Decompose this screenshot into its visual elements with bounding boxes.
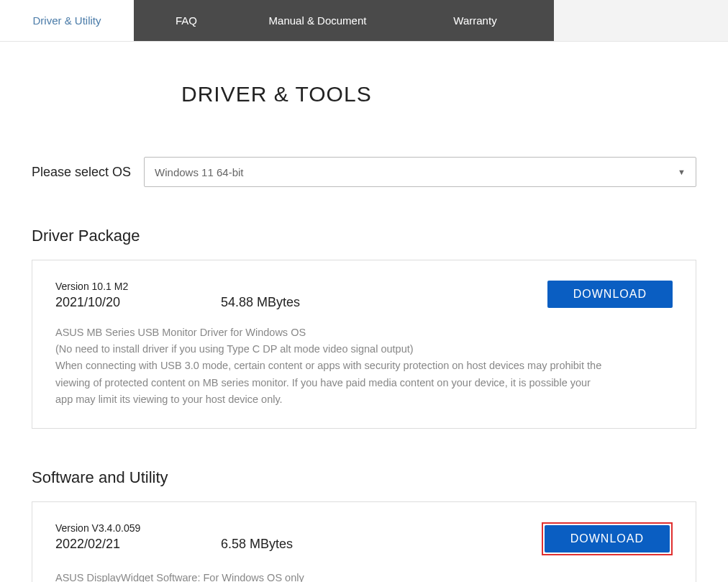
driver-desc-line: (No need to install driver if you using …	[55, 341, 609, 358]
tab-bar: Driver & Utility FAQ Manual & Document W…	[0, 0, 728, 42]
chevron-down-icon: ▼	[678, 168, 686, 176]
driver-desc-line: ASUS MB Series USB Monitor Driver for Wi…	[55, 324, 609, 341]
driver-description: ASUS MB Series USB Monitor Driver for Wi…	[55, 324, 609, 408]
driver-size: 54.88 MBytes	[221, 295, 300, 310]
os-select-dropdown[interactable]: Windows 11 64-bit ▼	[144, 157, 696, 187]
software-size: 6.58 MBytes	[221, 537, 293, 552]
os-selector-label: Please select OS	[32, 165, 131, 180]
driver-desc-line: When connecting with USB 3.0 mode, certa…	[55, 358, 609, 408]
driver-date: 2021/10/20	[55, 295, 221, 310]
software-utility-box: Version V3.4.0.059 2022/02/21 6.58 MByte…	[32, 501, 696, 582]
software-version: Version V3.4.0.059	[55, 522, 542, 534]
os-selector-row: Please select OS Windows 11 64-bit ▼	[32, 157, 696, 187]
section-title-driver-package: Driver Package	[32, 227, 696, 245]
tab-warranty[interactable]: Warranty	[396, 0, 554, 41]
driver-version: Version 10.1 M2	[55, 281, 547, 292]
page-title: DRIVER & TOOLS	[181, 82, 696, 106]
software-date: 2022/02/21	[55, 537, 221, 552]
tab-faq[interactable]: FAQ	[134, 0, 239, 41]
os-select-value: Windows 11 64-bit	[155, 166, 243, 178]
software-description: ASUS DisplayWidget Software: For Windows…	[55, 570, 609, 582]
software-desc-line: ASUS DisplayWidget Software: For Windows…	[55, 570, 609, 582]
driver-package-box: Version 10.1 M2 2021/10/20 54.88 MBytes …	[32, 260, 696, 429]
tab-manual-document[interactable]: Manual & Document	[239, 0, 396, 41]
download-button-driver-package[interactable]: DOWNLOAD	[547, 281, 673, 308]
tab-bar-filler	[554, 0, 728, 41]
download-button-software-utility[interactable]: DOWNLOAD	[545, 525, 670, 553]
tab-driver-utility[interactable]: Driver & Utility	[0, 0, 134, 41]
download-button-highlight: DOWNLOAD	[542, 522, 673, 555]
section-title-software-utility: Software and Utility	[32, 468, 696, 487]
